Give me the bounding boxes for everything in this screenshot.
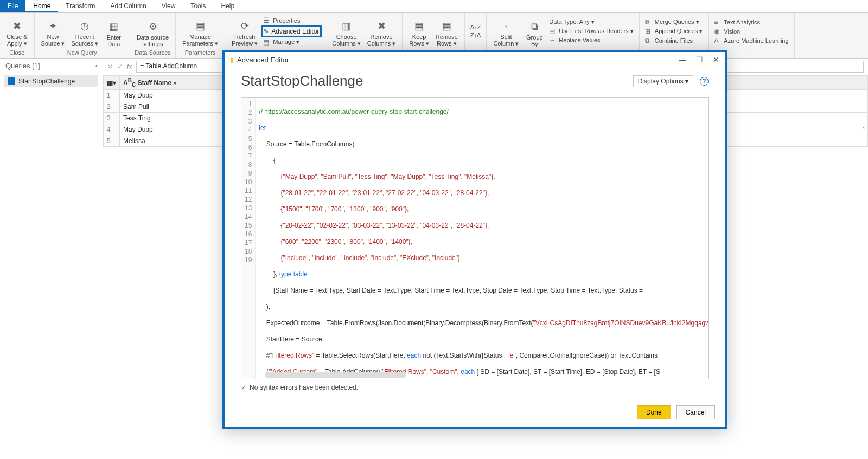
properties-button[interactable]: ☰Properties [261,16,322,25]
manage-params-button[interactable]: ▤Manage Parameters ▾ [179,14,221,48]
menu-bar: File Home Transform Add Column View Tool… [0,0,868,13]
sort-asc-button[interactable]: A↓Z [468,23,483,31]
display-options-button[interactable]: Display Options ▾ [633,75,693,87]
data-type-button[interactable]: Data Type: Any ▾ [547,18,635,26]
refresh-preview-button[interactable]: ⟳Refresh Preview ▾ [228,14,261,48]
merge-queries-button[interactable]: ⧉Merge Queries ▾ [643,18,705,27]
tab-transform[interactable]: Transform [58,0,103,12]
advanced-editor-button[interactable]: ✎Advanced Editor [261,25,322,37]
manage-button[interactable]: ▤Manage ▾ [261,38,322,47]
group-ds-label: Data Sources [133,48,172,57]
data-source-settings-button[interactable]: ⚙Data source settings [133,14,172,48]
headers-icon: ▤ [549,27,557,35]
done-button[interactable]: Done [637,405,671,419]
vision-icon: ◉ [714,28,722,35]
code-editor[interactable]: 12345678910111213141516171819 // https:/… [241,97,709,379]
tab-add-column[interactable]: Add Column [103,0,154,12]
azure-icon: A [714,37,722,44]
recent-icon: ◷ [77,18,92,34]
tab-help[interactable]: Help [213,0,242,12]
help-icon[interactable]: ? [700,77,709,86]
azure-ml-button[interactable]: AAzure Machine Learning [712,36,790,45]
minimize-button[interactable]: — [679,55,686,64]
close-dialog-button[interactable]: ✕ [713,55,719,64]
remove-columns-button[interactable]: ✖Remove Columns ▾ [364,14,399,48]
fx-label: fx [127,63,132,70]
merge-icon: ⧉ [645,18,653,26]
append-queries-button[interactable]: ⊞Append Queries ▾ [643,27,705,36]
split-icon: ⫞ [499,18,514,34]
tab-tools[interactable]: Tools [183,0,213,12]
advanced-editor-dialog: ▮ Advanced Editor — ☐ ✕ StartStopChallen… [222,50,727,429]
remove-rows-button[interactable]: ▤Remove Rows ▾ [432,14,461,48]
append-icon: ⊞ [645,28,653,35]
keep-rows-icon: ▤ [412,18,427,34]
table-corner[interactable]: ▦▾ [104,76,120,90]
settings-icon: ⚙ [145,19,161,34]
remove-rows-icon: ▤ [439,18,454,34]
tab-view[interactable]: View [154,0,183,12]
group-by-button[interactable]: ⧉Group By [522,14,547,48]
close-icon: ✖ [9,18,24,34]
group-newquery-label: New Query [38,48,126,57]
choose-columns-button[interactable]: ▥Choose Columns ▾ [329,14,363,48]
maximize-button[interactable]: ☐ [696,55,703,64]
group-close-label: Close [3,48,31,57]
combine-icon: ⧉ [645,37,653,44]
text-analytics-icon: ≡ [714,18,722,26]
enter-data-button[interactable]: ▦Enter Data [101,14,126,48]
replace-values-button[interactable]: ↔Replace Values [547,36,635,44]
editor-icon: ✎ [264,28,269,35]
horizontal-scrollbar[interactable] [265,372,406,378]
params-icon: ▤ [193,18,208,34]
new-source-icon: ✦ [45,18,60,34]
collapse-queries-button[interactable]: ‹ [95,63,97,69]
choose-cols-icon: ▥ [339,18,354,34]
group-icon: ⧉ [527,19,542,34]
query-item-label: StartStopChallenge [18,77,75,85]
close-apply-button[interactable]: ✖Close & Apply ▾ [3,14,31,48]
query-item[interactable]: StartStopChallenge [4,75,98,87]
recent-sources-button[interactable]: ◷Recent Sources ▾ [68,14,101,48]
dialog-title: Advanced Editor [237,56,289,64]
line-gutter: 12345678910111213141516171819 [241,98,256,379]
keep-rows-button[interactable]: ▤Keep Rows ▾ [406,14,432,48]
pq-logo-icon: ▮ [230,56,234,64]
vision-button[interactable]: ◉Vision [712,27,790,36]
first-row-headers-button[interactable]: ▤Use First Row as Headers ▾ [547,27,635,35]
code-text[interactable]: // https://accessanalytic.com.au/power-q… [256,98,708,379]
query-name-heading: StartStopChallenge [241,73,363,89]
split-column-button[interactable]: ⫞Split Column ▾ [490,14,522,48]
queries-header: Queries [1] [5,62,40,70]
new-source-button[interactable]: ✦New Source ▾ [38,14,68,48]
tab-file[interactable]: File [0,0,25,12]
cancel-formula-button[interactable]: ✕ [107,63,113,70]
accept-formula-button[interactable]: ✓ [117,63,123,70]
sort-desc-button[interactable]: Z↓A [468,31,483,39]
expand-settings-button[interactable]: ‹ [863,124,865,131]
refresh-icon: ⟳ [237,18,252,34]
tab-home[interactable]: Home [25,0,58,12]
table-icon: ▦ [106,19,122,34]
table-icon [8,77,15,85]
syntax-status: No syntax errors have been detected. [250,384,358,391]
check-icon: ✓ [241,384,246,391]
manage-icon: ▤ [263,38,271,46]
replace-icon: ↔ [549,36,557,44]
cancel-button[interactable]: Cancel [676,405,715,419]
properties-icon: ☰ [263,17,271,24]
text-analytics-button[interactable]: ≡Text Analytics [712,18,790,27]
group-params-label: Parameters [179,48,221,57]
queries-pane: Queries [1] ‹ StartStopChallenge [0,59,103,459]
combine-files-button[interactable]: ⧉Combine Files [643,36,705,45]
remove-cols-icon: ✖ [374,18,389,34]
